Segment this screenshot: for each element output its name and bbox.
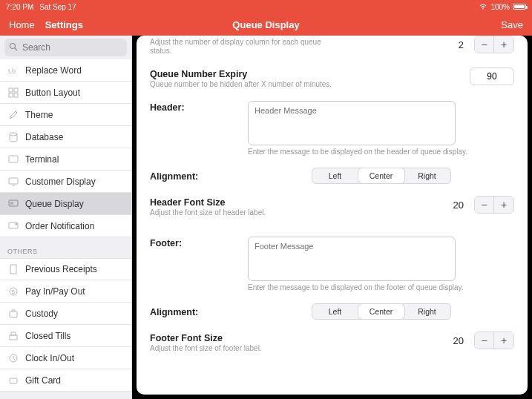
svg-rect-5 xyxy=(9,93,13,97)
sidebar-item-label: Order Notification xyxy=(25,221,94,231)
svg-rect-16 xyxy=(10,265,16,274)
save-button[interactable]: Save xyxy=(501,19,523,30)
svg-point-15 xyxy=(16,222,18,225)
sidebar-item-gift-card[interactable]: Gift Card xyxy=(0,369,131,392)
svg-rect-20 xyxy=(10,335,17,340)
stepper-plus[interactable]: + xyxy=(494,197,513,213)
svg-rect-19 xyxy=(10,311,17,317)
expiry-sub: Queue number to be hidden after X number… xyxy=(150,80,343,89)
align-center[interactable]: Center xyxy=(358,304,404,319)
header-message-input[interactable] xyxy=(248,101,456,145)
replace-word-icon: t,b xyxy=(7,65,19,76)
stepper-minus[interactable]: − xyxy=(475,332,494,349)
svg-rect-6 xyxy=(14,93,18,97)
gift-icon xyxy=(7,375,19,386)
sidebar-item-pay-in-out[interactable]: $ Pay In/Pay Out xyxy=(0,280,131,303)
sidebar-item-closed-tills[interactable]: Closed Tills xyxy=(0,325,131,347)
nav-bar: Home Settings Queue Display Save xyxy=(0,13,532,36)
sidebar-item-queue-display[interactable]: Queue Display xyxy=(0,193,131,215)
align-left[interactable]: Left xyxy=(312,168,358,183)
status-date: Sat Sep 17 xyxy=(39,3,76,11)
align-right[interactable]: Right xyxy=(404,304,450,319)
queue-icon xyxy=(7,198,19,210)
header-font-value: 20 xyxy=(453,200,464,211)
footer-font-sub: Adjust the font size of footer label. xyxy=(150,344,343,353)
align-left[interactable]: Left xyxy=(312,304,358,319)
sidebar-item-label: Gift Card xyxy=(25,375,61,386)
stepper-plus[interactable]: + xyxy=(494,332,513,349)
num-columns-stepper[interactable]: − + xyxy=(474,36,514,53)
stepper-minus[interactable]: − xyxy=(475,197,494,213)
grid-icon xyxy=(7,87,19,99)
status-bar: 7:20 PM Sat Sep 17 100% xyxy=(0,0,532,13)
footer-font-stepper[interactable]: − + xyxy=(474,332,514,349)
footer-alignment-label: Alignment: xyxy=(150,306,239,317)
sidebar-item-label: Replace Word xyxy=(25,65,82,76)
sidebar-item-label: Theme xyxy=(25,110,53,120)
clock-icon xyxy=(7,352,19,364)
alignment-label: Alignment: xyxy=(150,170,239,182)
header-font-sub: Adjust the font size of header label. xyxy=(150,208,343,217)
header-font-stepper[interactable]: − + xyxy=(474,196,514,214)
database-icon xyxy=(7,131,19,143)
wifi-icon xyxy=(479,3,487,11)
search-input[interactable] xyxy=(4,39,127,56)
terminal-icon xyxy=(7,154,19,165)
footer-helper: Enter the message to be displayed on the… xyxy=(248,283,464,291)
align-center[interactable]: Center xyxy=(358,168,404,183)
footer-label: Footer: xyxy=(150,237,239,248)
svg-rect-23 xyxy=(10,378,17,383)
sidebar-item-previous-receipts[interactable]: Previous Receipts xyxy=(0,258,131,280)
sidebar-item-label: Queue Display xyxy=(25,199,84,209)
sidebar: t,b Replace Word Button Layout Theme Dat… xyxy=(0,36,132,399)
expiry-input[interactable] xyxy=(470,67,514,85)
svg-rect-3 xyxy=(9,88,13,92)
settings-panel: Adjust the number of display column for … xyxy=(137,36,528,395)
footer-font-title: Footer Font Size xyxy=(150,333,343,343)
header-label: Header: xyxy=(150,101,239,113)
stepper-plus[interactable]: + xyxy=(494,36,513,53)
expiry-title: Queue Number Expiry xyxy=(150,69,343,79)
sidebar-item-terminal[interactable]: Terminal xyxy=(0,148,131,171)
sidebar-item-label: Closed Tills xyxy=(25,331,70,341)
sidebar-item-custody[interactable]: Custody xyxy=(0,303,131,325)
sidebar-item-clock[interactable]: Clock In/Out xyxy=(0,347,131,369)
svg-rect-21 xyxy=(11,332,16,335)
num-columns-sub: Adjust the number of display column for … xyxy=(150,38,343,56)
notification-icon xyxy=(7,220,19,232)
svg-rect-9 xyxy=(9,178,18,184)
sidebar-item-customer-display[interactable]: Customer Display xyxy=(0,171,131,193)
home-button[interactable]: Home xyxy=(9,19,35,30)
sidebar-item-button-layout[interactable]: Button Layout xyxy=(0,82,131,104)
settings-label: Settings xyxy=(45,19,83,30)
align-right[interactable]: Right xyxy=(404,168,450,183)
sidebar-item-theme[interactable]: Theme xyxy=(0,104,131,126)
sidebar-item-label: Pay In/Pay Out xyxy=(25,286,85,297)
svg-point-0 xyxy=(10,44,16,49)
sidebar-item-label: Customer Display xyxy=(25,177,96,187)
sidebar-item-order-notification[interactable]: Order Notification xyxy=(0,215,131,237)
footer-font-value: 20 xyxy=(453,335,464,346)
footer-alignment-segment[interactable]: Left Center Right xyxy=(312,303,451,320)
display-icon xyxy=(7,176,19,188)
sidebar-item-database[interactable]: Database xyxy=(0,126,131,148)
custody-icon xyxy=(7,308,19,320)
svg-rect-11 xyxy=(9,200,18,206)
sidebar-item-label: Terminal xyxy=(25,154,59,165)
sidebar-item-label: Clock In/Out xyxy=(25,353,74,363)
svg-text:t,b: t,b xyxy=(8,67,16,75)
svg-rect-4 xyxy=(14,88,18,92)
header-alignment-segment[interactable]: Left Center Right xyxy=(312,168,451,184)
sidebar-item-replace-word[interactable]: t,b Replace Word xyxy=(0,59,131,82)
stepper-minus[interactable]: − xyxy=(475,36,494,53)
brush-icon xyxy=(7,109,19,121)
receipt-icon xyxy=(7,263,19,275)
sidebar-item-label: Previous Receipts xyxy=(25,264,97,274)
svg-line-1 xyxy=(15,48,17,50)
till-icon xyxy=(7,330,19,342)
battery-percent: 100% xyxy=(490,3,510,11)
sidebar-item-label: Button Layout xyxy=(25,88,80,98)
num-columns-value: 2 xyxy=(459,39,464,50)
footer-message-input[interactable] xyxy=(248,237,456,281)
header-font-title: Header Font Size xyxy=(150,197,343,208)
